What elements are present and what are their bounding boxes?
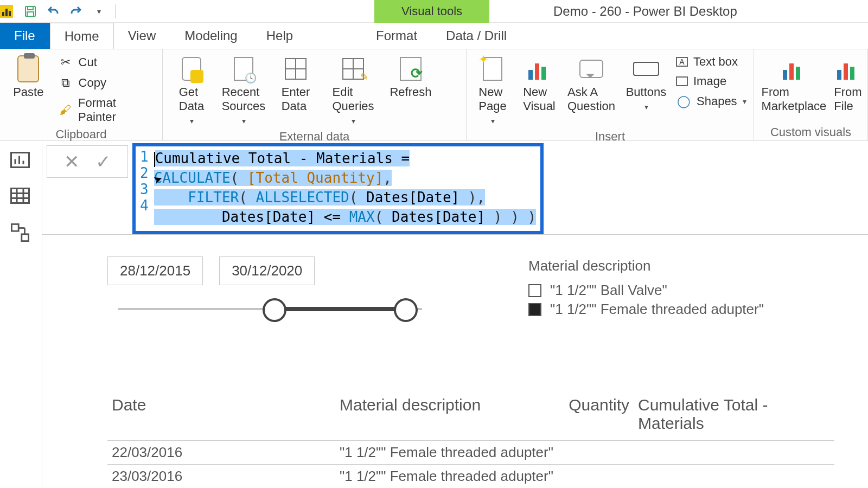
col-quantity[interactable]: Quantity bbox=[563, 388, 634, 440]
svg-rect-13 bbox=[21, 234, 28, 241]
swatch-empty-icon bbox=[528, 284, 541, 297]
slicer-end-date[interactable]: 30/12/2020 bbox=[219, 256, 315, 285]
group-label-clipboard: Clipboard bbox=[4, 125, 158, 143]
cancel-formula-icon[interactable]: ✕ bbox=[64, 151, 79, 172]
undo-icon[interactable] bbox=[47, 5, 60, 18]
report-view-icon[interactable] bbox=[10, 152, 32, 171]
from-file-button[interactable]: From File bbox=[833, 54, 863, 115]
buttons-button[interactable]: Buttons▾ bbox=[622, 54, 671, 113]
svg-rect-7 bbox=[11, 189, 29, 203]
svg-rect-1 bbox=[28, 7, 33, 10]
ask-question-button[interactable]: Ask A Question bbox=[564, 54, 618, 115]
tab-home[interactable]: Home bbox=[50, 23, 114, 49]
table-row[interactable]: 22/03/2016 "1 1/2"" Female threaded adup… bbox=[107, 441, 834, 465]
refresh-button[interactable]: Refresh bbox=[386, 54, 435, 101]
copy-icon: ⧉ bbox=[58, 75, 73, 91]
cut-icon: ✂ bbox=[58, 55, 73, 70]
slider-handle-start[interactable] bbox=[263, 298, 286, 322]
table-edit-icon: ✎ bbox=[342, 58, 364, 80]
new-page-button[interactable]: ✦New Page▾ bbox=[471, 54, 514, 127]
svg-rect-12 bbox=[11, 224, 18, 231]
refresh-icon bbox=[400, 57, 422, 81]
speech-bubble-icon bbox=[579, 60, 603, 78]
slicer-start-date[interactable]: 28/12/2015 bbox=[107, 256, 203, 285]
edit-queries-button[interactable]: ✎Edit Queries▾ bbox=[323, 54, 383, 127]
slider-handle-end[interactable] bbox=[394, 298, 418, 322]
formula-bar: ✕ ✓ 1 2 3 4 ➤ Cumulative Total - Materia… bbox=[42, 141, 868, 235]
paste-label: Paste bbox=[13, 85, 43, 99]
textbox-icon: A bbox=[676, 57, 688, 67]
copy-button[interactable]: ⧉Copy bbox=[56, 74, 158, 92]
database-icon bbox=[182, 57, 201, 81]
svg-rect-2 bbox=[27, 12, 34, 16]
code-line-1: Cumulative Total - Materials = bbox=[155, 150, 410, 166]
button-icon bbox=[633, 62, 659, 76]
app-logo-icon bbox=[0, 5, 13, 18]
new-visual-button[interactable]: New Visual bbox=[518, 54, 561, 115]
table-icon bbox=[285, 58, 307, 80]
dax-editor[interactable]: 1 2 3 4 ➤ Cumulative Total - Materials =… bbox=[132, 143, 544, 234]
redo-icon[interactable] bbox=[69, 5, 82, 18]
legend-item[interactable]: "1 1/2"" Female threaded adupter" bbox=[528, 301, 764, 318]
window-title: Demo - 260 - Power BI Desktop bbox=[553, 4, 737, 19]
date-slider[interactable] bbox=[118, 296, 422, 323]
image-button[interactable]: Image bbox=[674, 73, 749, 89]
get-data-button[interactable]: Get Data▾ bbox=[167, 54, 216, 127]
slider-range bbox=[274, 307, 404, 311]
line-gutter: 1 2 3 4 bbox=[136, 146, 153, 231]
view-switcher bbox=[0, 141, 42, 488]
page-spark-icon: ✦ bbox=[483, 57, 502, 81]
image-icon bbox=[676, 76, 688, 86]
save-icon[interactable] bbox=[24, 5, 37, 18]
chart-icon bbox=[528, 58, 550, 80]
from-marketplace-button[interactable]: From Marketplace bbox=[758, 54, 829, 115]
document-clock-icon: 🕓 bbox=[234, 57, 253, 81]
group-label-custom: Custom visuals bbox=[758, 123, 863, 140]
commit-formula-icon[interactable]: ✓ bbox=[95, 151, 111, 172]
ribbon: Paste ✂Cut ⧉Copy 🖌Format Painter Clipboa… bbox=[0, 49, 868, 141]
data-table: Date Material description Quantity Cumul… bbox=[107, 388, 834, 488]
text-box-button[interactable]: AText box bbox=[674, 54, 749, 70]
enter-data-button[interactable]: Enter Data bbox=[271, 54, 320, 115]
paste-button[interactable]: Paste bbox=[4, 54, 53, 101]
col-cumulative[interactable]: Cumulative Total - Materials bbox=[634, 388, 829, 440]
col-date[interactable]: Date bbox=[107, 388, 335, 440]
shapes-icon: ◯ bbox=[676, 94, 691, 109]
title-bar: ▾ Visual tools Demo - 260 - Power BI Des… bbox=[0, 0, 868, 23]
table-row[interactable]: 23/03/2016 "1 1/2"" Female threaded adup… bbox=[107, 465, 834, 488]
report-canvas: 28/12/2015 30/12/2020 Material descripti… bbox=[42, 235, 868, 488]
qat-dropdown-icon[interactable]: ▾ bbox=[92, 5, 105, 18]
legend: Material description "1 1/2"" Ball Valve… bbox=[528, 258, 764, 320]
file-chart-icon bbox=[837, 58, 859, 80]
data-view-icon[interactable] bbox=[10, 188, 32, 207]
marketplace-icon bbox=[783, 58, 805, 80]
tab-file[interactable]: File bbox=[0, 23, 50, 49]
tab-help[interactable]: Help bbox=[252, 23, 308, 49]
tab-format[interactable]: Format bbox=[362, 23, 432, 49]
tab-data-drill[interactable]: Data / Drill bbox=[432, 23, 521, 49]
legend-item[interactable]: "1 1/2"" Ball Valve" bbox=[528, 282, 764, 299]
legend-title: Material description bbox=[528, 258, 764, 274]
ribbon-tabs: File Home View Modeling Help Format Data… bbox=[0, 23, 868, 49]
swatch-fill-icon bbox=[528, 303, 541, 316]
paste-icon bbox=[17, 55, 39, 82]
shapes-button[interactable]: ◯Shapes ▾ bbox=[674, 93, 749, 110]
col-material[interactable]: Material description bbox=[335, 388, 563, 440]
model-view-icon[interactable] bbox=[10, 223, 32, 243]
tab-view[interactable]: View bbox=[114, 23, 171, 49]
tab-modeling[interactable]: Modeling bbox=[170, 23, 252, 49]
contextual-tab-label: Visual tools bbox=[374, 0, 489, 23]
format-painter-button[interactable]: 🖌Format Painter bbox=[56, 95, 158, 125]
brush-icon: 🖌 bbox=[58, 102, 73, 118]
recent-sources-button[interactable]: 🕓Recent Sources▾ bbox=[219, 54, 268, 127]
cut-button[interactable]: ✂Cut bbox=[56, 54, 158, 71]
